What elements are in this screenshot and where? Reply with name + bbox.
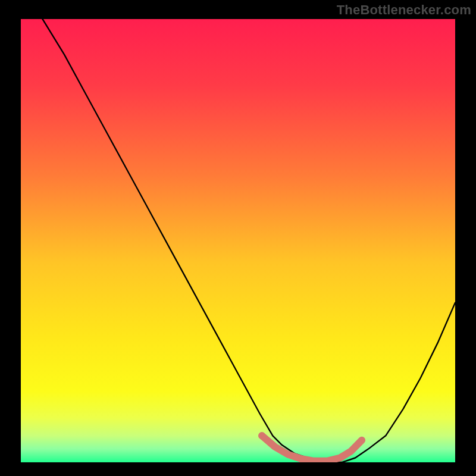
- attribution-text: TheBottlenecker.com: [337, 2, 471, 18]
- highlight-marker: [258, 432, 265, 439]
- bottleneck-chart: [21, 19, 455, 462]
- chart-stage: TheBottlenecker.com: [0, 0, 476, 476]
- gradient-panel: [21, 19, 455, 462]
